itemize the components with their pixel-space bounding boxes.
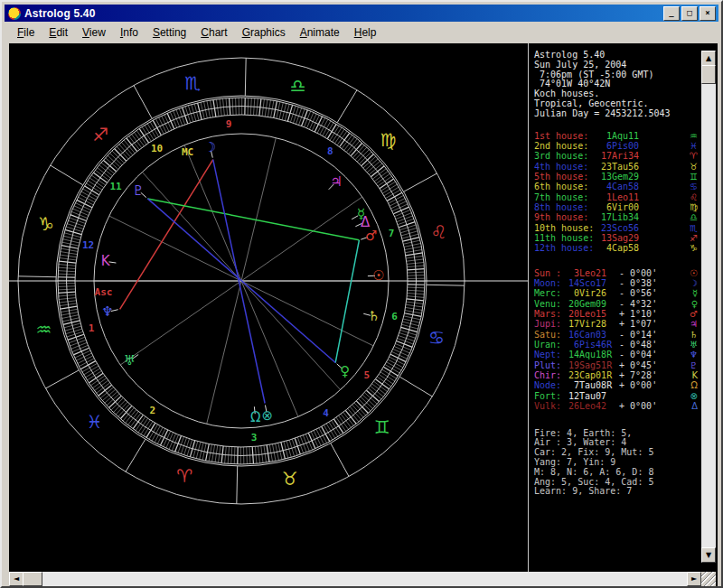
menu-item-animate[interactable]: Animate <box>293 24 347 41</box>
house-row-4: 4th house: 23Tau56♉ <box>534 162 701 172</box>
client-area: ♒♓♈♉♊♋♌♍♎♏♐♑123456789101112☉☽☿♀♂♃♄♅♆♇KΩ⊗… <box>9 43 718 586</box>
asc-label: Asc <box>95 286 113 298</box>
fortune-glyph: ⊗ <box>261 407 273 424</box>
planet-row-2: Moon:14Sco17 - 0°38'☽ <box>534 278 701 288</box>
aspect-pluto-mars-trine <box>147 199 359 240</box>
chiron-glyph: K <box>101 253 111 269</box>
planet-row-11: Chir:23Cap01R + 7°28'K <box>534 370 701 380</box>
app-icon[interactable] <box>8 7 21 20</box>
house-number-4: 4 <box>323 407 329 419</box>
sun-glyph: ☉ <box>372 267 384 284</box>
stats-line-7: Learn: 9, Share: 7 <box>534 487 701 497</box>
planet-row-7-glyph: ♄ <box>690 330 698 340</box>
planet-row-6: Jupi:17Vir28 + 1°07'♃ <box>534 319 701 329</box>
close-button[interactable]: × <box>700 6 716 21</box>
house-row-8: 8th house: 6Vir00♍ <box>534 202 701 212</box>
taurus-sign-glyph: ♉ <box>282 468 298 490</box>
neptune-glyph: ♆ <box>101 303 113 320</box>
house-number-8: 8 <box>327 145 333 157</box>
element-stats: Fire: 4, Earth: 5,Air : 3, Water: 4Car: … <box>534 429 701 498</box>
planet-row-10: Plut:19Sag51R + 0°45'♇ <box>534 360 701 370</box>
mars-glyph: ♂ <box>365 228 377 244</box>
house-number-3: 3 <box>251 432 258 443</box>
maximize-button[interactable]: □ <box>681 6 698 21</box>
planet-row-13-glyph: ⊗ <box>690 391 698 401</box>
vertical-scroll-thumb[interactable] <box>701 65 716 84</box>
uranus-glyph: ♅ <box>124 352 136 369</box>
house-number-11: 11 <box>109 181 122 192</box>
header-line-7: Julian Day = 2453212.5043 <box>534 109 701 119</box>
menu-item-file[interactable]: File <box>10 24 42 41</box>
vertical-scrollbar[interactable]: ▲ ▼ <box>701 51 716 563</box>
menu-item-help[interactable]: Help <box>347 24 384 41</box>
horizontal-scrollbar[interactable]: ◄ ► <box>9 572 701 586</box>
house-row-2-glyph: ♓ <box>690 141 698 151</box>
house-row-7-glyph: ♌ <box>690 192 698 202</box>
planet-row-13: Fort:12Tau07 ⊗ <box>534 391 701 401</box>
house-row-10-glyph: ♏ <box>690 223 698 233</box>
moon-glyph: ☽ <box>204 139 216 155</box>
planet-row-8-glyph: ♅ <box>690 340 698 350</box>
menu-item-edit[interactable]: Edit <box>42 24 75 41</box>
house-number-7: 7 <box>389 228 395 239</box>
menu-bar: FileEditViewInfoSettingChartGraphicsAnim… <box>5 22 718 42</box>
house-row-5: 5th house: 13Gem29♊ <box>534 172 701 182</box>
menu-item-view[interactable]: View <box>75 24 113 41</box>
pisces-sign-glyph: ♓ <box>87 411 103 433</box>
aspect-venus-mars-sextile <box>335 240 359 363</box>
planet-row-3: Merc: 0Vir26 - 0°56'☿ <box>534 288 701 298</box>
node-glyph: Ω <box>250 409 260 425</box>
scroll-up-button[interactable]: ▲ <box>701 51 716 66</box>
houses-table: 1st house: 1Aqu11♒2nd house: 6Pis00♓3rd … <box>534 131 701 254</box>
info-panel: Astrolog 5.40Sun July 25, 2004 7:06pm (S… <box>529 43 701 572</box>
house-row-9: 9th house: 17Lib34♎ <box>534 212 701 222</box>
house-number-1: 1 <box>89 322 95 334</box>
planet-row-1-glyph: ☉ <box>690 268 698 278</box>
scroll-down-button[interactable]: ▼ <box>701 547 716 563</box>
planet-row-5: Mars:20Leo15 + 1°10'♂ <box>534 309 701 319</box>
vulkanus-glyph: Δ <box>361 214 371 230</box>
scroll-right-button[interactable]: ► <box>687 572 701 586</box>
minimize-button[interactable]: _ <box>663 6 680 21</box>
house-row-1-glyph: ♒ <box>690 131 698 141</box>
resize-grip[interactable] <box>701 572 716 586</box>
aquarius-sign-glyph: ♒ <box>36 319 52 341</box>
house-row-12: 12th house: 4Cap58♑ <box>534 243 701 253</box>
sagittarius-sign-glyph: ♐ <box>92 124 108 145</box>
house-row-11: 11th house:13Sag29♐ <box>534 233 701 243</box>
house-number-5: 5 <box>363 369 370 381</box>
menu-item-graphics[interactable]: Graphics <box>235 24 293 41</box>
house-row-6-glyph: ♋ <box>690 182 698 191</box>
house-number-6: 6 <box>391 311 398 322</box>
house-number-2: 2 <box>149 405 155 416</box>
planet-row-5-glyph: ♂ <box>690 309 698 319</box>
house-row-12-glyph: ♑ <box>690 243 698 253</box>
stats-line-5: M: 8, N: 6, A: 6, D: 8 <box>534 468 701 478</box>
house-row-2: 2nd house: 6Pis00♓ <box>534 141 701 151</box>
gemini-sign-glyph: ♊ <box>374 416 390 438</box>
planet-row-4-glyph: ♀ <box>691 299 698 309</box>
title-bar[interactable]: Astrolog 5.40 _ □ × <box>5 5 718 22</box>
house-row-6: 6th house: 4Can58♋ <box>534 182 701 191</box>
planet-row-14-glyph: Δ <box>691 401 698 411</box>
pluto-glyph: ♇ <box>132 182 144 199</box>
leo-sign-glyph: ♌ <box>431 221 447 243</box>
menu-item-chart[interactable]: Chart <box>193 24 234 41</box>
planet-row-8: Uran: 6Pis46R - 0°48'♅ <box>534 340 701 350</box>
house-number-10: 10 <box>151 143 163 154</box>
scroll-left-button[interactable]: ◄ <box>9 572 23 586</box>
menu-item-info[interactable]: Info <box>113 24 146 41</box>
saturn-glyph: ♄ <box>368 308 380 324</box>
planet-row-9-glyph: ♆ <box>690 350 698 359</box>
mc-label: MC <box>182 146 193 158</box>
planet-row-12-glyph: Ω <box>690 380 698 390</box>
cancer-sign-glyph: ♋ <box>428 327 445 349</box>
libra-sign-glyph: ♎ <box>290 75 306 97</box>
house-row-3-glyph: ♈ <box>690 151 698 161</box>
virgo-sign-glyph: ♍ <box>380 129 396 151</box>
menu-item-setting[interactable]: Setting <box>146 24 193 41</box>
aries-sign-glyph: ♈ <box>176 465 192 487</box>
planet-row-9: Nept:14Aqu18R - 0°04'♆ <box>534 350 701 359</box>
house-row-5-glyph: ♊ <box>690 172 698 182</box>
horizontal-scroll-thumb[interactable] <box>23 572 42 586</box>
